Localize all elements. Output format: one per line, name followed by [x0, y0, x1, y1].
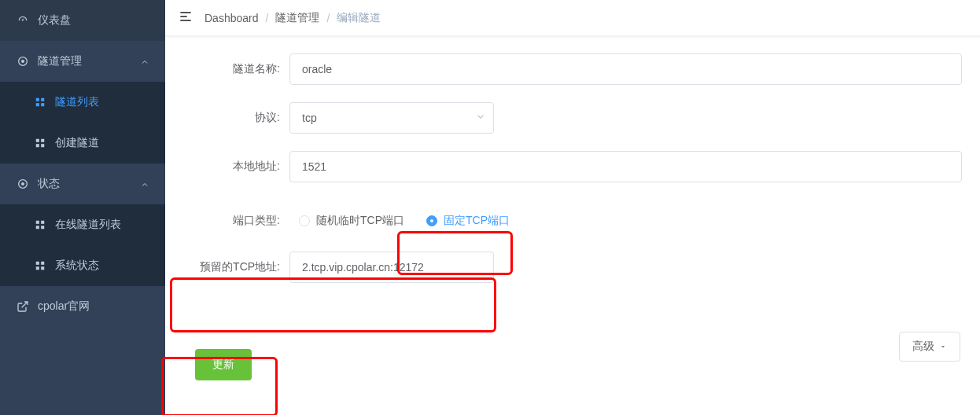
radio-fixed-port[interactable]: 固定TCP端口 [417, 208, 519, 234]
grid-icon [33, 259, 47, 273]
crumb-tunnel-mgmt[interactable]: 隧道管理 [275, 11, 319, 25]
status-icon [16, 177, 30, 191]
sidebar-item-status[interactable]: 状态 [0, 163, 165, 204]
svg-rect-15 [41, 226, 44, 229]
advanced-toggle[interactable]: 高级 [899, 332, 960, 362]
caret-down-icon [939, 343, 947, 351]
topbar: Dashboard / 隧道管理 / 编辑隧道 [165, 0, 980, 36]
svg-rect-12 [36, 221, 39, 224]
sidebar-item-label: 系统状态 [55, 259, 149, 273]
svg-rect-5 [41, 103, 44, 106]
svg-rect-3 [41, 98, 44, 101]
sidebar-item-tunnel-list[interactable]: 隧道列表 [0, 82, 165, 123]
sidebar-item-label: 隧道列表 [55, 95, 149, 109]
svg-point-1 [21, 60, 24, 63]
svg-rect-16 [36, 262, 39, 265]
sidebar-item-system-status[interactable]: 系统状态 [0, 245, 165, 286]
svg-rect-4 [36, 103, 39, 106]
port-type-label: 端口类型: [187, 214, 289, 228]
sidebar-item-create-tunnel[interactable]: 创建隧道 [0, 123, 165, 163]
svg-rect-7 [41, 139, 44, 142]
svg-rect-13 [41, 221, 44, 224]
svg-rect-19 [41, 266, 44, 270]
gauge-icon [16, 13, 30, 28]
crumb-edit-tunnel: 编辑隧道 [337, 11, 381, 25]
crumb-separator: / [326, 12, 330, 24]
svg-rect-14 [36, 226, 39, 229]
sidebar: 仪表盘 隧道管理 隧道列表 创建隧道 [0, 0, 165, 415]
tunnel-name-label: 隧道名称: [187, 62, 289, 76]
chevron-up-icon [140, 179, 149, 189]
annotation-highlight-reserved-tcp [170, 277, 496, 332]
svg-rect-9 [41, 144, 44, 147]
protocol-label: 协议: [187, 111, 289, 125]
protocol-select[interactable] [289, 102, 494, 134]
svg-rect-8 [36, 144, 39, 147]
crumb-separator: / [266, 12, 269, 24]
tunnel-name-input[interactable] [289, 53, 962, 85]
radio-dot [426, 215, 437, 226]
svg-rect-2 [36, 98, 39, 101]
grid-icon [33, 136, 47, 150]
main: Dashboard / 隧道管理 / 编辑隧道 隧道名称: 协议: [165, 0, 980, 415]
svg-rect-6 [36, 139, 39, 142]
breadcrumb: Dashboard / 隧道管理 / 编辑隧道 [204, 11, 381, 25]
sidebar-item-online-tunnels[interactable]: 在线隧道列表 [0, 204, 165, 245]
svg-rect-18 [36, 266, 39, 270]
update-button[interactable]: 更新 [195, 349, 252, 380]
sidebar-item-label: 隧道管理 [38, 54, 140, 68]
sidebar-item-cpolar-site[interactable]: cpolar官网 [0, 286, 165, 327]
sidebar-item-label: 创建隧道 [55, 136, 149, 150]
reserved-tcp-input[interactable] [289, 252, 494, 283]
local-addr-input[interactable] [289, 151, 962, 182]
grid-icon [33, 95, 47, 109]
grid-icon [33, 218, 47, 232]
crumb-dashboard[interactable]: Dashboard [204, 12, 259, 24]
chevron-up-icon [140, 57, 149, 66]
sidebar-item-label: cpolar官网 [38, 299, 149, 314]
external-link-icon [16, 299, 30, 314]
tunnel-icon [16, 54, 30, 68]
sidebar-item-tunnel-mgmt[interactable]: 隧道管理 [0, 41, 165, 82]
radio-label: 固定TCP端口 [444, 214, 510, 228]
sidebar-item-label: 在线隧道列表 [55, 218, 149, 232]
reserved-tcp-label: 预留的TCP地址: [187, 260, 289, 274]
hamburger-toggle[interactable] [178, 6, 204, 30]
svg-point-11 [21, 182, 24, 185]
radio-random-port[interactable]: 随机临时TCP端口 [289, 208, 414, 234]
sidebar-item-label: 仪表盘 [38, 13, 149, 28]
advanced-label: 高级 [912, 340, 934, 354]
sidebar-item-dashboard[interactable]: 仪表盘 [0, 0, 165, 41]
local-addr-label: 本地地址: [187, 160, 289, 174]
radio-label: 随机临时TCP端口 [316, 214, 404, 228]
sidebar-item-label: 状态 [38, 177, 140, 191]
svg-rect-17 [41, 262, 44, 265]
form-content: 隧道名称: 协议: 本地地址: [165, 36, 980, 415]
radio-dot [299, 215, 310, 226]
